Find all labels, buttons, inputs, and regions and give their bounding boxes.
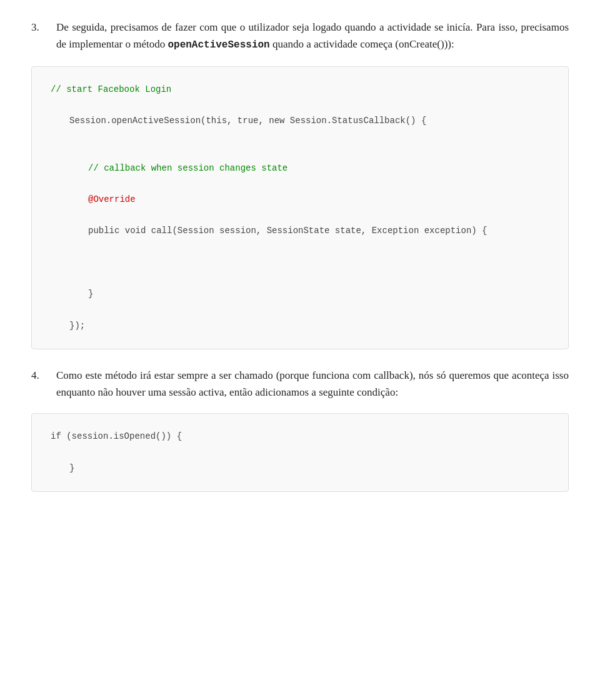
code-line-blank1 — [51, 98, 549, 113]
code-line-blank5 — [51, 208, 549, 223]
page-content: 3. De seguida, precisamos de fazer com q… — [31, 19, 569, 492]
code-block-2: if (session.isOpened()) { } — [31, 413, 569, 492]
item-4-text-after: enquanto não houver uma sessão activa, e… — [56, 386, 398, 398]
code-line-blank3 — [51, 145, 549, 161]
code-block-1: // start Facebook Login Session.openActi… — [31, 66, 569, 349]
code-line-comment1: // start Facebook Login — [51, 82, 549, 98]
code-line-session-open: Session.openActiveSession(this, true, ne… — [51, 113, 549, 129]
code-line-blank6 — [51, 239, 549, 255]
item-3: 3. De seguida, precisamos de fazer com q… — [31, 19, 569, 54]
item-3-number: 3. — [31, 19, 56, 54]
code-line-blank2 — [51, 129, 549, 144]
item-4: 4. Como este método irá estar sempre a s… — [31, 367, 569, 401]
code-line-blank8 — [51, 271, 549, 286]
code-line-close-brace2: } — [51, 461, 549, 476]
code-line-blank7 — [51, 255, 549, 271]
code-line-blank4 — [51, 176, 549, 192]
item-4-highlight: isso — [552, 369, 569, 381]
code-line-blank10 — [51, 444, 549, 460]
code-line-comment2: // callback when session changes state — [51, 161, 549, 176]
item-4-text: Como este método irá estar sempre a ser … — [56, 367, 569, 401]
code-line-if: if (session.isOpened()) { — [51, 429, 549, 444]
item-4-number: 4. — [31, 367, 56, 401]
item-3-text-after: quando a actividade começa (onCreate()))… — [270, 38, 454, 50]
item-3-method: openActiveSession — [168, 39, 269, 51]
code-line-override: @Override — [51, 192, 549, 208]
item-3-text: De seguida, precisamos de fazer com que … — [56, 19, 569, 54]
item-4-text-before: Como este método irá estar sempre a ser … — [56, 369, 552, 381]
code-line-public-void: public void call(Session session, Sessio… — [51, 223, 549, 239]
code-line-blank9 — [51, 302, 549, 318]
code-line-close-brace1: } — [51, 286, 549, 302]
code-line-close-paren: }); — [51, 318, 549, 334]
